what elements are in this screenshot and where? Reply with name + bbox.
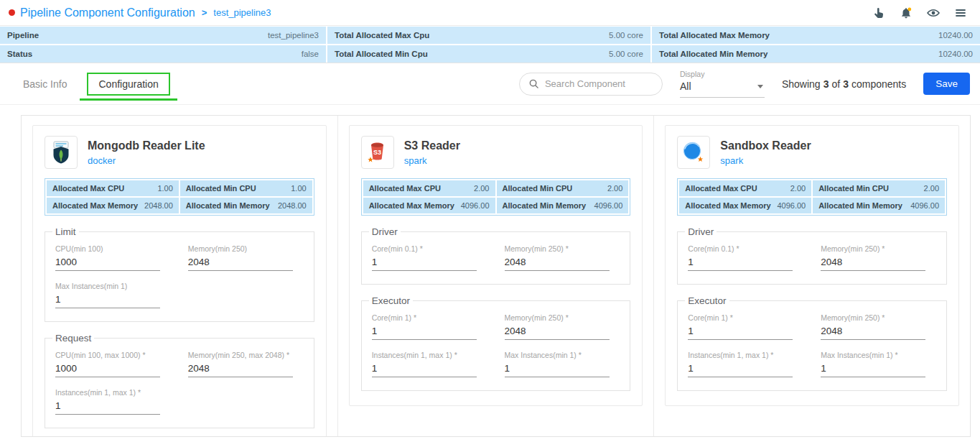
field-label: Max Instances(min 1): [55, 282, 171, 290]
field-input[interactable]: [688, 359, 793, 377]
allocation-value: 2.00: [924, 184, 939, 193]
tab-basic-info[interactable]: Basic Info: [14, 73, 75, 96]
allocation-cell: Allocated Min CPU 1.00: [180, 180, 312, 196]
chevron-down-icon: [757, 85, 763, 88]
svg-text:S3: S3: [373, 149, 381, 156]
search-input[interactable]: [545, 78, 653, 89]
page-title: Pipeline Component Configuration: [20, 6, 195, 19]
menu-icon[interactable]: [954, 6, 967, 19]
display-filter[interactable]: Display All: [680, 70, 765, 98]
allocation-value: 2.00: [474, 184, 489, 193]
form-field: CPU(min 100): [55, 244, 171, 271]
summary-cell: Total Allocated Max Cpu 5.00 core: [327, 27, 650, 44]
form-field: Core(min 1) *: [372, 313, 487, 340]
field-input[interactable]: [55, 359, 160, 377]
field-input[interactable]: [372, 322, 477, 340]
field-input[interactable]: [372, 359, 477, 377]
engine-link[interactable]: spark: [720, 155, 811, 166]
summary-value: false: [302, 50, 319, 58]
field-label: Memory(min 250) *: [505, 244, 620, 253]
allocation-label: Allocated Min Memory: [503, 201, 587, 210]
components-panel: S3: [21, 115, 971, 437]
showing-count-text: Showing 3 of 3 components: [782, 78, 906, 90]
allocation-label: Allocated Min Memory: [818, 201, 902, 210]
eye-icon[interactable]: [927, 6, 940, 19]
record-dot-icon: [9, 9, 15, 16]
engine-link[interactable]: docker: [88, 155, 205, 166]
component-title: Mongodb Reader Lite: [88, 139, 205, 152]
field-input[interactable]: [505, 359, 610, 377]
component-card: S3: [665, 125, 959, 406]
field-input[interactable]: [55, 397, 160, 415]
field-input[interactable]: [688, 322, 793, 340]
allocation-cell: Allocated Max CPU 2.00: [679, 180, 811, 196]
allocation-cell: Allocated Min CPU 2.00: [497, 180, 629, 196]
field-input[interactable]: [505, 322, 610, 340]
section-legend: Request: [52, 333, 94, 344]
field-label: Core(min 1) *: [688, 313, 803, 322]
allocation-cell: Allocated Max Memory 4096.00: [363, 198, 495, 213]
field-input[interactable]: [188, 253, 293, 271]
config-section: Limit CPU(min 100): [45, 226, 314, 322]
allocation-value: 2048.00: [144, 201, 173, 210]
field-label: Instances(min 1, max 1) *: [55, 388, 171, 397]
field-input[interactable]: [821, 253, 925, 271]
search-icon: [528, 78, 539, 89]
field-label: Core(min 0.1) *: [688, 244, 803, 253]
allocation-value: 4096.00: [777, 201, 806, 210]
field-label: Instances(min 1, max 1) *: [688, 351, 803, 359]
field-input[interactable]: [188, 359, 293, 377]
breadcrumb-pipeline-name[interactable]: test_pipeline3: [213, 7, 271, 18]
form-field: Instances(min 1, max 1) *: [55, 388, 171, 415]
allocation-cell: Allocated Max CPU 1.00: [47, 180, 179, 196]
field-input[interactable]: [505, 253, 610, 271]
summary-cell: Total Allocated Min Cpu 5.00 core: [327, 45, 650, 63]
engine-link[interactable]: spark: [404, 155, 460, 166]
tab-configuration[interactable]: Configuration: [87, 73, 169, 96]
allocation-label: Allocated Min CPU: [818, 184, 889, 193]
allocation-label: Allocated Max CPU: [369, 184, 441, 193]
summary-value: 5.00 core: [609, 31, 643, 40]
summary-value: 10240.00: [938, 50, 973, 58]
field-input[interactable]: [688, 253, 793, 271]
allocation-table: Allocated Max CPU 1.00 Allocated Min CPU…: [45, 178, 314, 216]
component-column: S3: [654, 116, 970, 436]
field-label: CPU(min 100, max 1000) *: [55, 351, 171, 359]
allocation-value: 2.00: [790, 184, 806, 193]
allocation-value: 4096.00: [461, 201, 490, 210]
section-legend: Limit: [52, 226, 79, 237]
hand-icon[interactable]: [872, 6, 885, 19]
field-input[interactable]: [55, 290, 160, 308]
card-titles: Sandbox Reader spark: [720, 139, 811, 166]
summary-row: Pipeline test_pipeline3 Total Allocated …: [0, 27, 980, 44]
allocation-cell: Allocated Max CPU 2.00: [363, 180, 495, 196]
field-input[interactable]: [821, 359, 925, 377]
field-input[interactable]: [821, 322, 925, 340]
component-card: S3: [32, 125, 327, 437]
fields-grid: CPU(min 100, max 1000) * Memory(min 250,…: [55, 351, 304, 415]
allocation-value: 2.00: [607, 184, 622, 193]
card-header: S3: [677, 136, 947, 169]
field-input[interactable]: [55, 253, 160, 271]
summary-value: 10240.00: [938, 31, 973, 40]
form-field: Instances(min 1, max 1) *: [688, 351, 803, 377]
form-field: Core(min 0.1) *: [372, 244, 487, 271]
form-field: Memory(min 250) *: [821, 313, 936, 340]
search-box[interactable]: [519, 73, 663, 96]
form-field: Memory(min 250) *: [505, 244, 620, 271]
allocation-label: Allocated Min Memory: [186, 201, 270, 210]
form-field: Max Instances(min 1) *: [505, 351, 620, 377]
allocation-label: Allocated Max Memory: [52, 201, 138, 210]
config-section: Driver Core(min 0.1) *: [361, 226, 631, 285]
save-button[interactable]: Save: [923, 73, 970, 95]
summary-cell: Pipeline test_pipeline3: [0, 27, 326, 44]
main-content: S3: [0, 105, 980, 437]
section-legend: Driver: [685, 226, 717, 237]
bell-icon[interactable]: [900, 6, 913, 19]
fields-grid: Core(min 0.1) * Memory(min 250) *: [372, 244, 620, 271]
form-field: Max Instances(min 1) *: [821, 351, 936, 377]
section-legend: Driver: [369, 226, 401, 237]
field-input[interactable]: [372, 253, 477, 271]
allocation-table: Allocated Max CPU 2.00 Allocated Min CPU…: [677, 178, 947, 216]
config-section: Request CPU(min 100, max 1000) *: [45, 333, 314, 428]
